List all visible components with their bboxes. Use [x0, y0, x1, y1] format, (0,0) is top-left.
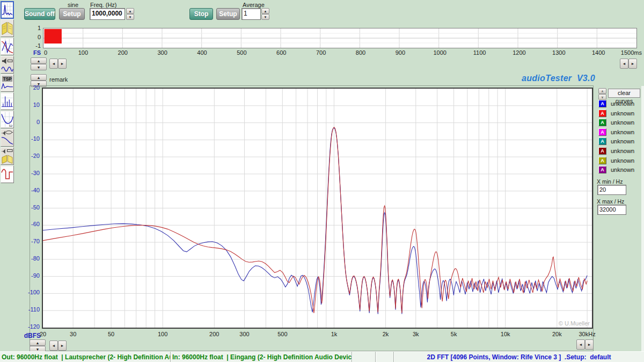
- curve-name-label: unknown: [611, 100, 634, 107]
- tool-distortion-curves-icon[interactable]: [1, 38, 14, 55]
- time-signal-plot: [43, 28, 636, 48]
- plot-x-tick-label: 3k: [397, 331, 435, 337]
- timeline-x-tick-label: 900: [384, 49, 416, 56]
- chevron-down-icon: ∨: [601, 95, 603, 99]
- curve-name-label: unknown: [611, 119, 634, 126]
- plot-x-tick-label: 300: [225, 331, 263, 337]
- right-arrow-icon: ►: [631, 62, 635, 66]
- plot-scroll-right-button[interactable]: ►: [58, 341, 67, 351]
- plot-scroll-left-button[interactable]: ◄: [49, 341, 58, 351]
- xmin-input[interactable]: 20: [597, 185, 626, 195]
- timeline-x-tick-label: 1300: [543, 49, 575, 56]
- right-arrow-icon: ►: [588, 343, 591, 346]
- curve-select-up-button[interactable]: ∧: [598, 88, 606, 94]
- freq-label: Freq. (Hz): [90, 2, 117, 8]
- plot-y-tick-label: 20: [1, 84, 40, 91]
- tool-speaker-wave-icon[interactable]: [1, 56, 14, 74]
- legend-item[interactable]: Aunknown: [598, 100, 641, 108]
- xmax-label: X max / Hz: [597, 198, 624, 205]
- plot-y-tick-label: -30: [1, 170, 40, 176]
- legend-item[interactable]: Aunknown: [598, 110, 641, 118]
- left-arrow-icon: ◄: [52, 62, 56, 66]
- curve-name-label: unknown: [611, 110, 634, 117]
- average-spin-down-button[interactable]: ▼: [261, 14, 269, 20]
- curve-color-swatch: A: [598, 110, 606, 117]
- stop-button[interactable]: Stop: [189, 8, 213, 20]
- curve-color-swatch: A: [598, 137, 606, 145]
- right-arrow-icon: ►: [61, 62, 64, 66]
- timeline-end-tick-label: 1500ms: [612, 49, 642, 56]
- status-input-section: In: 96000Hz float | Eingang (2- High Def…: [171, 352, 352, 362]
- freq-spin-up-button[interactable]: ▲: [126, 8, 134, 14]
- timeline-x-tick-label: 800: [345, 49, 377, 56]
- timeline-x-tick-label: 600: [265, 49, 297, 56]
- plot-zoom-up-button[interactable]: ▲: [30, 339, 46, 346]
- left-arrow-icon: ◄: [52, 344, 56, 347]
- timeline-scroll-left-pair: ◄ ►: [49, 59, 67, 69]
- input-device-status: In: 96000Hz float | Eingang (2- High Def…: [171, 353, 352, 361]
- plot-scroll-left-pair: ◄ ►: [49, 341, 67, 351]
- plot-y-tick-label: -40: [1, 187, 40, 193]
- legend-item[interactable]: Aunknown: [598, 137, 641, 146]
- legend-item[interactable]: Aunknown: [598, 166, 641, 175]
- output-device-status: Out: 96000Hz float | Lautsprecher (2- Hi…: [0, 353, 171, 361]
- remark-label: remark: [49, 76, 68, 83]
- timeline-x-tick-label: 400: [186, 49, 218, 56]
- plot-y-tick-label: -10: [1, 135, 40, 142]
- status-empty-section-1: [352, 352, 376, 362]
- analyzer-setup-button[interactable]: Setup: [216, 8, 240, 20]
- freq-spin-down-button[interactable]: ▼: [126, 14, 134, 20]
- plot-x-tick-label: 100: [144, 331, 181, 337]
- audiotester-window: TSP ω sine Freq. (Hz) Average Sound off …: [0, 0, 644, 362]
- xmin-label: X min / Hz: [597, 178, 623, 185]
- timeline-scroll-left-button2[interactable]: ◄: [620, 59, 628, 69]
- plot-x-tick-label: 5k: [435, 331, 473, 337]
- curve-select-down-button[interactable]: ∨: [598, 94, 606, 100]
- plot-scroll-left-button2[interactable]: ◄: [576, 339, 585, 350]
- curve-name-label: unknown: [611, 138, 634, 144]
- legend-item[interactable]: Aunknown: [598, 128, 641, 137]
- timeline-scroll-right-button[interactable]: ►: [58, 59, 67, 69]
- generator-setup-button[interactable]: Setup: [59, 8, 85, 20]
- tool-signal-files-icon[interactable]: [1, 19, 14, 37]
- curve-name-label: unknown: [611, 148, 634, 154]
- curve-color-swatch: A: [598, 128, 606, 136]
- timeline-y-tick-label: 0: [29, 34, 41, 40]
- average-input[interactable]: 1: [241, 8, 261, 20]
- timeline-zoom-up-button[interactable]: ▲: [31, 57, 47, 64]
- status-bar: Out: 96000Hz float | Lautsprecher (2- Hi…: [0, 351, 644, 362]
- legend-item[interactable]: Aunknown: [598, 119, 641, 127]
- plot-scroll-right-button2[interactable]: ►: [585, 339, 594, 350]
- timeline-scroll-right-button2[interactable]: ►: [628, 59, 637, 69]
- average-spin-up-button[interactable]: ▲: [261, 8, 269, 14]
- timeline-scroll-left-button[interactable]: ◄: [49, 59, 58, 69]
- remark-spin-up-button[interactable]: ▲: [31, 74, 47, 81]
- fft-plot[interactable]: © U.Mueller: [42, 88, 593, 329]
- timeline-x-tick-label: 300: [147, 49, 179, 56]
- copyright-watermark: © U.Mueller: [559, 320, 590, 327]
- plot-zoom-spinner: ▲ ▼: [30, 339, 46, 352]
- curve-color-swatch: A: [598, 119, 606, 126]
- plot-y-tick-label: -120: [1, 323, 40, 330]
- clear-curves-button[interactable]: clear curves: [608, 89, 640, 98]
- average-spinner: ▲ ▼: [261, 8, 269, 20]
- legend-item[interactable]: Aunknown: [598, 157, 641, 165]
- timeline-x-tick-label: 100: [67, 49, 99, 56]
- sound-off-button[interactable]: Sound off: [24, 8, 55, 20]
- app-title: audioTester V3.0: [522, 74, 595, 83]
- time-signal-strip[interactable]: [43, 28, 637, 48]
- curve-color-swatch: A: [598, 147, 606, 155]
- frequency-spinner: ▲ ▼: [126, 8, 134, 20]
- tool-2d-fft-icon[interactable]: [1, 1, 14, 19]
- plot-y-tick-label: -110: [1, 306, 40, 313]
- plot-x-tick-label: 500: [264, 331, 301, 337]
- timeline-zoom-down-button[interactable]: ▼: [31, 64, 47, 70]
- timeline-x-tick-label: 1400: [582, 49, 614, 56]
- plot-y-tick-label: -70: [1, 238, 40, 244]
- frequency-input[interactable]: 1000,0000: [90, 8, 125, 20]
- timeline-x-tick-label: 0: [30, 49, 62, 56]
- sine-label: sine: [60, 2, 86, 8]
- up-arrow-icon: ▲: [37, 59, 41, 63]
- legend-item[interactable]: Aunknown: [598, 147, 641, 156]
- xmax-input[interactable]: 32000: [597, 205, 626, 215]
